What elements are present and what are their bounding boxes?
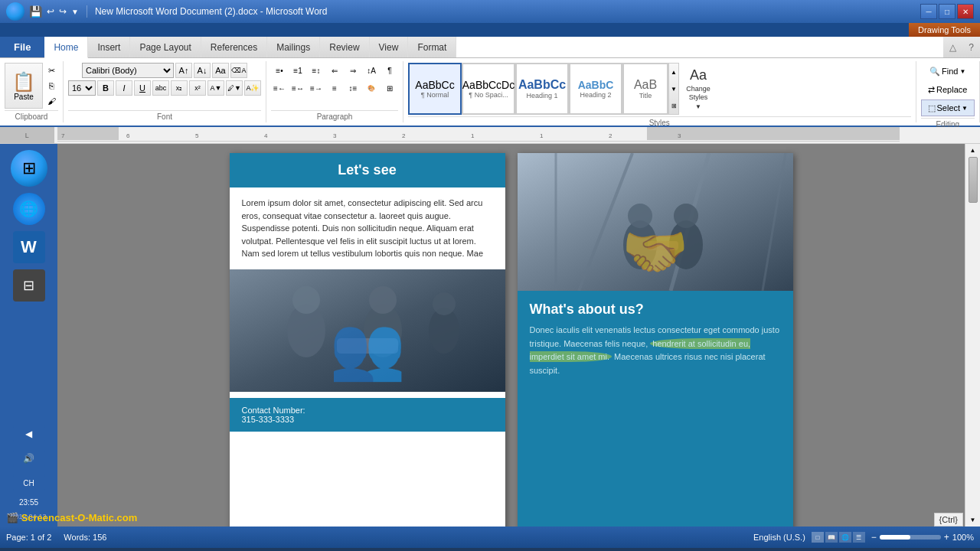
increase-indent-btn[interactable]: ⇒ (345, 63, 361, 78)
font-color-btn[interactable]: A▼ (207, 80, 224, 96)
align-left-btn[interactable]: ≡← (271, 80, 288, 96)
font-name-select[interactable]: Calibri (Body) (82, 63, 174, 78)
align-right-btn[interactable]: ≡→ (308, 80, 325, 96)
view-buttons[interactable]: □ 📖 🌐 ☰ (812, 532, 865, 543)
bold-btn[interactable]: B (97, 80, 114, 96)
numbering-btn[interactable]: ≡1 (289, 63, 306, 78)
multilevel-btn[interactable]: ≡↕ (308, 63, 325, 78)
left-sidebar: ⊞ 🌐 W ⊟ ◀ 🔊 CH 23:55 2012-04-13 (0, 144, 57, 527)
page-left-header: Let's see (230, 153, 505, 187)
sound-icon[interactable]: 🔊 (13, 449, 45, 468)
maximize-btn[interactable]: □ (939, 4, 956, 19)
strikethrough-btn[interactable]: abc (152, 80, 169, 96)
word-icon[interactable]: W (13, 231, 45, 263)
svg-text:4: 4 (264, 132, 268, 139)
decrease-indent-btn[interactable]: ⇐ (326, 63, 343, 78)
windows-start-btn[interactable]: ⊞ (11, 150, 47, 187)
tab-review[interactable]: Review (320, 37, 369, 57)
status-bar-right: English (U.S.) □ 📖 🌐 ☰ − + 100% (753, 532, 974, 543)
change-case-btn[interactable]: Aa (212, 63, 229, 78)
underline-btn[interactable]: U (134, 80, 151, 96)
change-styles-btn[interactable]: Aa ChangeStyles ▼ (679, 63, 717, 115)
svg-text:2: 2 (609, 132, 612, 139)
close-btn[interactable]: ✕ (957, 4, 974, 19)
quick-access-undo[interactable]: ↩ (47, 6, 54, 17)
style-heading2[interactable]: AaBbC Heading 2 (569, 63, 622, 115)
tab-format[interactable]: Format (408, 37, 456, 57)
shading-btn[interactable]: 🎨 (363, 80, 380, 96)
font-shrink-btn[interactable]: A↓ (194, 63, 211, 78)
paste-button[interactable]: 📋 Paste (5, 63, 43, 109)
tab-view[interactable]: View (370, 37, 409, 57)
quick-access-redo[interactable]: ↪ (59, 6, 67, 17)
biz-people-image (230, 269, 505, 392)
style-heading1[interactable]: AaBbCc Heading 1 (515, 63, 569, 115)
quick-access-save[interactable]: 💾 (29, 5, 42, 18)
editing-group: 🔍 Find ▼ ⇄ Replace ⬚ Select ▼ Editing (916, 61, 981, 122)
ie-icon[interactable]: 🌐 (13, 193, 45, 225)
help-btn[interactable]: ? (962, 37, 980, 57)
style-title[interactable]: AaB Title (622, 63, 668, 115)
superscript-btn[interactable]: x² (189, 80, 206, 96)
zoom-out-btn[interactable]: − (871, 532, 877, 543)
quick-access-dropdown[interactable]: ▼ (71, 8, 79, 16)
status-bar: Page: 1 of 2 Words: 156 English (U.S.) □… (0, 527, 980, 548)
font-group: Calibri (Body) A↑ A↓ Aa ⌫A 16 B I U abc … (64, 61, 266, 122)
change-styles-icon: Aa (690, 67, 707, 83)
layers-icon[interactable]: ⊟ (13, 269, 45, 302)
format-painter-button[interactable]: 🖌 (44, 94, 58, 108)
window-controls[interactable]: ─ □ ✕ (920, 4, 974, 19)
scroll-down-btn[interactable]: ▼ (970, 517, 976, 523)
subscript-btn[interactable]: x₂ (171, 80, 188, 96)
scroll-up-btn[interactable]: ▲ (970, 147, 976, 154)
show-formatting-btn[interactable]: ¶ (381, 63, 398, 78)
outline-view-btn[interactable]: ☰ (853, 532, 865, 543)
vertical-scrollbar[interactable]: ▲ ▼ (965, 144, 980, 527)
svg-rect-14 (230, 269, 505, 392)
zoom-controls[interactable]: − + 100% (871, 532, 974, 543)
italic-btn[interactable]: I (116, 80, 132, 96)
font-size-select[interactable]: 16 (68, 80, 96, 96)
cut-button[interactable]: ✂ (44, 64, 58, 77)
minimize-btn[interactable]: ─ (920, 4, 937, 19)
svg-text:1: 1 (471, 132, 475, 139)
contact-label: Contact Number: (242, 406, 493, 415)
tab-file[interactable]: File (0, 37, 44, 57)
tab-references[interactable]: References (201, 37, 267, 57)
ribbon-collapse-btn[interactable]: △ (943, 37, 962, 57)
borders-btn[interactable]: ⊞ (381, 80, 398, 96)
style-normal[interactable]: AaBbCc ¶ Normal (408, 63, 462, 115)
zoom-slider[interactable] (880, 535, 941, 540)
justify-btn[interactable]: ≡ (326, 80, 343, 96)
heading2-label: Heading 2 (580, 91, 611, 99)
highlight-btn[interactable]: 🖊▼ (226, 80, 243, 96)
text-effect-btn[interactable]: A✨ (244, 80, 261, 96)
taskbar-controls[interactable]: CH (13, 474, 45, 492)
bullets-btn[interactable]: ≡• (271, 63, 288, 78)
scroll-thumb[interactable] (969, 157, 978, 203)
select-btn[interactable]: ⬚ Select ▼ (921, 99, 975, 116)
style-no-spacing[interactable]: AaBbCcDc ¶ No Spaci... (462, 63, 515, 115)
windows-orb[interactable] (6, 2, 24, 21)
find-btn[interactable]: 🔍 Find ▼ (923, 63, 972, 80)
align-center-btn[interactable]: ≡↔ (289, 80, 306, 96)
font-grow-btn[interactable]: A↑ (175, 63, 192, 78)
heading1-preview: AaBbCc (518, 78, 566, 92)
page-left-body[interactable]: Lorem ipsum dolor sit amet, consectetur … (230, 187, 505, 269)
tab-page-layout[interactable]: Page Layout (130, 37, 201, 57)
web-layout-btn[interactable]: 🌐 (839, 532, 851, 543)
tab-mailings[interactable]: Mailings (267, 37, 320, 57)
nav-up-btn[interactable]: ◀ (13, 425, 45, 443)
tab-insert[interactable]: Insert (88, 37, 130, 57)
copy-button[interactable]: ⎘ (44, 79, 58, 93)
sort-btn[interactable]: ↕A (363, 63, 380, 78)
print-layout-btn[interactable]: □ (812, 532, 824, 543)
full-reading-btn[interactable]: 📖 (825, 532, 838, 543)
svg-text:2: 2 (402, 132, 406, 139)
zoom-in-btn[interactable]: + (944, 532, 949, 543)
replace-btn[interactable]: ⇄ Replace (922, 81, 973, 98)
styles-scroll[interactable]: ▲ ▼ ⊞ (668, 63, 679, 115)
line-spacing-btn[interactable]: ↕≡ (345, 80, 361, 96)
tab-home[interactable]: Home (44, 37, 88, 58)
clear-formatting-btn[interactable]: ⌫A (230, 63, 247, 78)
